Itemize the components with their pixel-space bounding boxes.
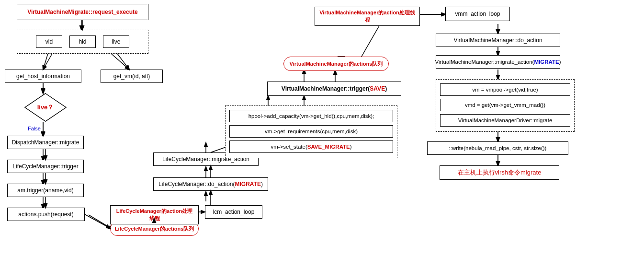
node-lcm-action-thread: LifeCycleManager的action处理线程 (110, 205, 199, 224)
svg-line-2 (110, 53, 129, 70)
label-get-vm: get_vm(id, att) (113, 73, 150, 80)
label-vm-set-state: vm->set_state(SAVE_MIGRATE) (271, 144, 351, 150)
label-actions-push: actions.push(request) (18, 211, 73, 218)
label-vmm-trigger-save: VirtualMachineManager::trigger(SAVE) (282, 85, 387, 92)
node-vmm-action-loop: vmm_action_loop (445, 7, 510, 21)
node-vmpool-get: vm = vmpool->get(vid,true) (440, 83, 570, 96)
node-params-group: vid hid live (17, 30, 148, 54)
label-false: False (28, 126, 41, 131)
node-vmm-actions-queue: VirtualMachineManager的actions队列 (283, 57, 389, 71)
node-vmm-do-action: VirtualMachineManager::do_action (436, 34, 560, 47)
node-hid: hid (69, 35, 96, 48)
label-vmm-action-thread: VirtualMachineManager的action处理线程 (319, 9, 416, 23)
node-vmm-migrate-action: VirtualMachineManager::migrate_action(MI… (436, 55, 560, 69)
node-hpool-add: hpool->add_capacity(vm->get_hid(),cpu,me… (229, 110, 393, 122)
node-live-diamond: live？ (24, 93, 67, 122)
label-vmd-get: vmd = get(vm->get_vmm_mad()) (465, 102, 545, 108)
node-right-dashed-group: vm = vmpool->get(vid,true) vmd = get(vm-… (436, 79, 575, 132)
node-get-vm: get_vm(id, att) (101, 70, 163, 83)
node-middle-dashed-group: hpool->add_capacity(vm->get_hid(),cpu,me… (225, 105, 397, 158)
node-vmm-trigger-save: VirtualMachineManager::trigger(SAVE) (267, 82, 401, 96)
label-write: ::write(nebula_mad_pipe, cstr, str.size(… (449, 145, 547, 151)
node-vmd-get: vmd = get(vm->get_vmm_mad()) (440, 99, 570, 111)
label-vmm-action-loop: vmm_action_loop (455, 11, 500, 17)
label-request-execute: VirtualMachineMigrate::request_execute (27, 9, 138, 15)
node-am-trigger: am.trigger(aname,vid) (7, 184, 84, 197)
label-lcm-action-loop: lcm_action_loop (213, 209, 255, 215)
label-vmm-do-action: VirtualMachineManager::do_action (453, 37, 542, 44)
label-vmmd-migrate: VirtualMachineManagerDriver::migrate (458, 117, 553, 123)
node-lcm-do-action: LifeCycleManager::do_action(MIGRATE) (153, 177, 268, 191)
svg-line-8 (89, 215, 113, 229)
node-get-host-info: get_host_information (5, 70, 81, 83)
label-get-host-info: get_host_information (16, 73, 70, 80)
node-vmmd-migrate: VirtualMachineManagerDriver::migrate (440, 114, 570, 127)
node-vm-get-req: vm->get_requirements(cpu,mem,disk) (229, 125, 393, 138)
label-vm-get-req: vm->get_requirements(cpu,mem,disk) (265, 128, 358, 134)
svg-text:live？: live？ (37, 104, 54, 111)
label-lcm-trigger: LifeCycleManager::trigger (12, 163, 78, 170)
node-write: ::write(nebula_mad_pipe, cstr, str.size(… (427, 141, 568, 155)
node-vm-set-state: vm->set_state(SAVE_MIGRATE) (229, 140, 393, 153)
node-actions-push: actions.push(request) (7, 208, 85, 221)
label-dispatch-migrate: DispatchManager::migrate (12, 139, 79, 146)
label-live: live (112, 38, 120, 45)
label-am-trigger: am.trigger(aname,vid) (17, 187, 73, 194)
node-dispatch-migrate: DispatchManager::migrate (7, 136, 84, 149)
svg-line-1 (43, 53, 53, 70)
node-lcm-trigger: LifeCycleManager::trigger (7, 160, 84, 173)
label-vmm-actions-queue: VirtualMachineManager的actions队列 (290, 60, 383, 68)
label-vmpool-get: vm = vmpool->get(vid,true) (472, 87, 538, 93)
node-lcm-action-loop: lcm_action_loop (205, 205, 262, 219)
label-vmm-migrate-action: VirtualMachineManager::migrate_action(MI… (435, 59, 561, 65)
label-virsh-migrate: 在主机上执行virsh命令migrate (458, 168, 542, 177)
label-lcm-action-thread: LifeCycleManager的action处理线程 (114, 208, 194, 222)
node-live: live (103, 35, 129, 48)
node-request-execute: VirtualMachineMigrate::request_execute (17, 4, 148, 20)
node-vmm-action-thread: VirtualMachineManager的action处理线程 (315, 7, 420, 26)
diagram: VirtualMachineMigrate::request_execute v… (0, 0, 644, 257)
node-vid: vid (36, 35, 62, 48)
label-hid: hid (79, 38, 86, 45)
node-virsh-migrate: 在主机上执行virsh命令migrate (440, 165, 559, 180)
label-vid: vid (45, 38, 53, 45)
label-hpool-add: hpool->add_capacity(vm->get_hid(),cpu,me… (249, 113, 374, 119)
label-lcm-actions-queue: LifeCycleManager的actions队列 (115, 225, 194, 233)
label-lcm-do-action: LifeCycleManager::do_action(MIGRATE) (158, 181, 263, 187)
